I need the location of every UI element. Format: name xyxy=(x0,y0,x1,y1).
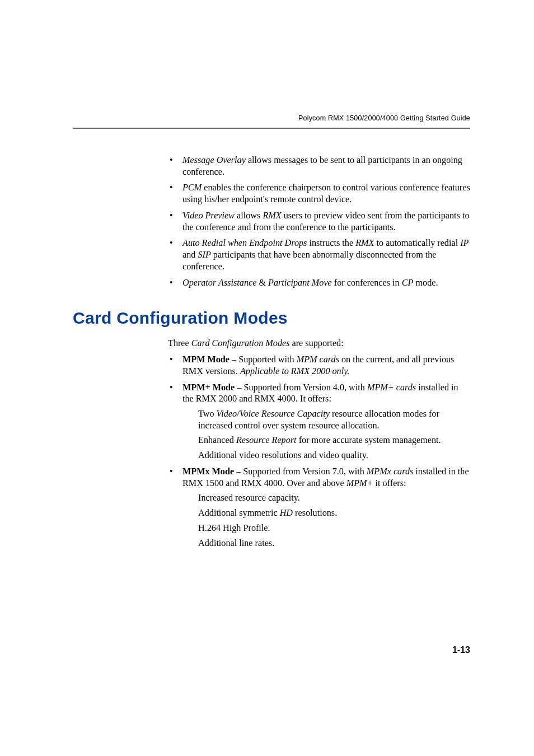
sub-text: Additional line rates. xyxy=(198,538,274,548)
sub-item: Additional line rates. xyxy=(198,538,470,549)
feature-text: and xyxy=(182,250,198,260)
list-item: PCM enables the conference chairperson t… xyxy=(168,182,470,205)
intro-text: Three xyxy=(168,338,191,348)
feature-name: Message Overlay xyxy=(182,155,246,165)
feature-text: mode. xyxy=(413,278,438,288)
mode-sublist: Increased resource capacity. Additional … xyxy=(198,492,470,549)
sub-item: Additional video resolutions and video q… xyxy=(198,450,470,461)
inline-italic: RMX xyxy=(263,211,281,221)
feature-name: Auto Redial when Endpoint Drops xyxy=(182,238,307,248)
section-title: Card Configuration Modes xyxy=(73,309,470,328)
feature-list: Message Overlay allows messages to be se… xyxy=(168,155,470,288)
modes-list: MPM Mode – Supported with MPM cards on t… xyxy=(168,354,470,549)
feature-name: Video Preview xyxy=(182,211,235,221)
mode-name: MPMx Mode xyxy=(182,466,234,477)
sub-text: Additional video resolutions and video q… xyxy=(198,450,368,460)
feature-text: allows xyxy=(235,211,263,221)
sub-item: H.264 High Profile. xyxy=(198,522,470,534)
inline-italic: MPM cards xyxy=(297,354,339,365)
list-item: Video Preview allows RMX users to previe… xyxy=(168,210,470,233)
inline-italic: MPM+ cards xyxy=(367,382,416,393)
feature-text: enables the conference chairperson to co… xyxy=(182,183,470,204)
sub-text: H.264 High Profile. xyxy=(198,523,270,533)
inline-italic: Participant Move xyxy=(268,278,332,288)
list-item: MPM Mode – Supported with MPM cards on t… xyxy=(168,354,470,377)
inline-italic: CP xyxy=(402,278,414,288)
intro-paragraph: Three Card Configuration Modes are suppo… xyxy=(168,338,470,349)
inline-italic: HD xyxy=(280,508,293,518)
inline-italic: MPMx cards xyxy=(367,466,413,477)
page-number: 1-13 xyxy=(452,645,470,655)
inline-italic: Applicable to RMX 2000 only. xyxy=(240,366,350,376)
sub-text: Additional symmetric xyxy=(198,508,280,518)
intro-text: are supported: xyxy=(289,338,343,348)
sub-item: Additional symmetric HD resolutions. xyxy=(198,507,470,519)
header-rule xyxy=(73,128,470,129)
mode-text: – Supported from Version 7.0, with xyxy=(234,466,367,477)
sub-text: for more accurate system management. xyxy=(297,435,441,445)
feature-text: & xyxy=(256,278,268,288)
list-item: Auto Redial when Endpoint Drops instruct… xyxy=(168,237,470,272)
inline-italic: IP xyxy=(460,238,469,248)
running-header: Polycom RMX 1500/2000/4000 Getting Start… xyxy=(73,114,470,122)
list-item: Message Overlay allows messages to be se… xyxy=(168,155,470,178)
list-item: MPM+ Mode – Supported from Version 4.0, … xyxy=(168,382,470,461)
sub-item: Enhanced Resource Report for more accura… xyxy=(198,435,470,446)
list-item: MPMx Mode – Supported from Version 7.0, … xyxy=(168,466,470,549)
inline-italic: Resource Report xyxy=(236,435,297,445)
sub-item: Increased resource capacity. xyxy=(198,492,470,504)
feature-name: Operator Assistance xyxy=(182,278,256,288)
sub-text: Two xyxy=(198,409,217,419)
feature-name: PCM xyxy=(182,183,202,193)
mode-sublist: Two Video/Voice Resource Capacity resour… xyxy=(198,408,470,461)
inline-italic: SIP xyxy=(198,250,210,260)
inline-italic: MPM+ xyxy=(346,478,373,488)
sub-text: Increased resource capacity. xyxy=(198,493,300,503)
list-item: Operator Assistance & Participant Move f… xyxy=(168,277,470,289)
feature-text: instructs the xyxy=(307,238,355,248)
sub-text: Enhanced xyxy=(198,435,236,445)
inline-italic: Card Configuration Modes xyxy=(191,338,290,348)
feature-text: for conferences in xyxy=(332,278,402,288)
mode-text: – Supported with xyxy=(229,354,297,365)
mode-name: MPM Mode xyxy=(182,354,229,365)
feature-text: participants that have been abnormally d… xyxy=(182,250,437,272)
sub-text: resolutions. xyxy=(293,508,337,518)
mode-text: it offers: xyxy=(373,478,406,488)
mode-name: MPM+ Mode xyxy=(182,382,235,393)
inline-italic: Video/Voice Resource Capacity xyxy=(217,409,330,419)
sub-item: Two Video/Voice Resource Capacity resour… xyxy=(198,408,470,431)
mode-text: – Supported from Version 4.0, with xyxy=(235,382,367,393)
feature-text: to automatically redial xyxy=(374,238,460,248)
inline-italic: RMX xyxy=(355,238,374,248)
